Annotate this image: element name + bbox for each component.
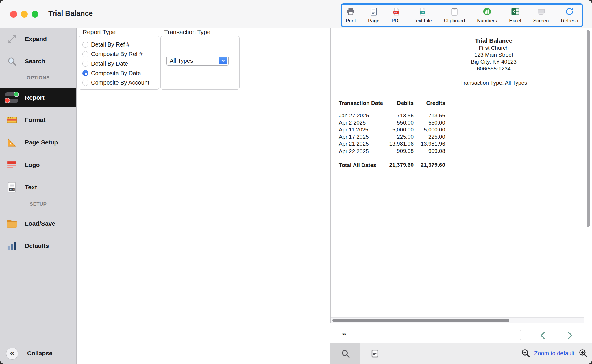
pdf-button[interactable]: PDF PDF — [391, 7, 401, 24]
radio-composite-by-date[interactable]: Composite By Date — [82, 68, 159, 78]
toolbar-label: Screen — [533, 18, 549, 24]
clipboard-icon — [450, 7, 459, 17]
toolbar-label: Excel — [509, 18, 521, 24]
sidebar-item-logo[interactable]: Logo — [0, 156, 76, 174]
print-button[interactable]: Print — [346, 7, 356, 24]
bar-chart-icon — [5, 240, 18, 251]
refresh-icon — [565, 7, 574, 17]
radio-button[interactable] — [82, 51, 88, 57]
sidebar-section-setup: SETUP — [0, 201, 76, 207]
transaction-type-dropdown[interactable]: All Types — [166, 56, 229, 66]
screen-icon — [537, 7, 545, 17]
table-row: Apr 21 2025 13,981.96 13,981.96 — [339, 140, 583, 148]
close-button[interactable] — [10, 11, 17, 18]
page-button[interactable]: Page — [368, 7, 380, 24]
sidebar-item-report[interactable]: Report — [0, 88, 76, 107]
table-header-row: Transaction Date Debits Credits — [339, 100, 583, 110]
report-org-name: First Church — [331, 44, 584, 51]
horizontal-scrollbar-thumb[interactable] — [332, 319, 509, 322]
sidebar-item-format[interactable]: Format — [0, 111, 76, 129]
toolbar-label: Print — [346, 18, 356, 24]
previous-page-button[interactable] — [538, 330, 548, 340]
column-header: Transaction Date — [339, 100, 386, 110]
radio-button[interactable] — [82, 80, 88, 86]
zoom-in-icon[interactable] — [578, 348, 588, 359]
next-page-button[interactable] — [565, 330, 575, 340]
radio-label: Composite By Ref # — [91, 51, 143, 57]
sidebar-item-label: Text — [25, 184, 37, 191]
table-row: Apr 22 2025 909.08 909.08 — [339, 148, 583, 156]
screen-button[interactable]: Screen — [533, 7, 549, 24]
tab-magnifier[interactable] — [330, 343, 360, 364]
report-transaction-line: Transaction Type: All Types — [331, 79, 584, 86]
refresh-button[interactable]: Refresh — [561, 7, 578, 24]
clipboard-button[interactable]: Clipboard — [444, 7, 465, 24]
text-file-button[interactable]: TXT Text File — [413, 7, 432, 24]
document-lines-icon — [370, 349, 380, 358]
table-row: Apr 17 2025 225.00 225.00 — [339, 133, 583, 141]
folder-icon — [5, 218, 18, 229]
horizontal-scrollbar[interactable] — [331, 317, 584, 323]
report-title: Trial Balance — [331, 37, 584, 44]
zoom-out-icon[interactable] — [521, 348, 530, 359]
report-phone: 606/555-1234 — [331, 65, 584, 72]
toolbar-label: Clipboard — [444, 18, 465, 24]
zoom-to-default-link[interactable]: Zoom to default — [534, 350, 574, 357]
sidebar-item-label: Logo — [25, 161, 40, 168]
preview-footer-bar: Zoom to default — [330, 343, 592, 364]
table-total-row: Total All Dates 21,379.60 21,379.60 — [339, 155, 583, 169]
sidebar: Expand Search OPTIONS Report Format Page… — [0, 28, 77, 343]
dropdown-value: All Types — [170, 57, 193, 64]
table-row: Apr 2 2025 550.00 550.00 — [339, 119, 583, 127]
radio-button-selected[interactable] — [82, 70, 88, 76]
sidebar-item-label: Expand — [25, 36, 47, 42]
minimize-button[interactable] — [21, 11, 28, 18]
sidebar-item-label: Load/Save — [25, 220, 55, 227]
preview-search-input[interactable] — [340, 330, 521, 340]
chevron-down-icon[interactable] — [219, 57, 227, 64]
sidebar-section-options: OPTIONS — [0, 75, 76, 81]
toolbar-label: Page — [368, 18, 380, 24]
table-row: Jan 27 2025 713.56 713.56 — [339, 110, 583, 119]
radio-label: Detail By Date — [91, 60, 128, 67]
svg-text:X: X — [513, 10, 515, 13]
transaction-type-label: Transaction Type — [164, 29, 210, 36]
sidebar-item-search[interactable]: Search — [0, 53, 76, 70]
chevron-right-icon — [565, 331, 574, 340]
sidebar-item-text[interactable]: TXT Text — [0, 179, 76, 196]
toolbar-label: PDF — [391, 18, 401, 24]
vertical-scrollbar-thumb[interactable] — [587, 30, 590, 227]
radio-detail-by-ref[interactable]: Detail By Ref # — [82, 40, 159, 49]
radio-composite-by-account[interactable]: Composite By Account — [82, 78, 159, 88]
radio-composite-by-ref[interactable]: Composite By Ref # — [82, 49, 159, 59]
sidebar-item-load-save[interactable]: Load/Save — [0, 215, 76, 232]
collapse-button[interactable]: Collapse — [27, 350, 53, 357]
ruler-icon — [5, 114, 18, 125]
window-titlebar: Trial Balance Print Page PDF PDF TXT Tex… — [0, 0, 592, 28]
radio-button[interactable] — [82, 42, 88, 48]
radio-label: Detail By Ref # — [91, 41, 130, 48]
report-preview: Trial Balance First Church 123 Main Stre… — [330, 28, 584, 323]
sidebar-item-label: Page Setup — [25, 139, 58, 146]
radio-detail-by-date[interactable]: Detail By Date — [82, 59, 159, 68]
svg-text:PDF: PDF — [394, 11, 398, 13]
logo-icon — [5, 159, 18, 170]
magnifier-icon — [341, 349, 350, 359]
radio-button[interactable] — [82, 61, 88, 67]
report-type-label: Report Type — [83, 29, 116, 36]
collapse-icon[interactable]: « — [6, 348, 18, 360]
svg-text:TXT: TXT — [10, 188, 14, 191]
trial-balance-table: Transaction Date Debits Credits Jan 27 2… — [339, 100, 583, 169]
zoom-window-button[interactable] — [32, 11, 38, 18]
report-type-group: Detail By Ref # Composite By Ref # Detai… — [79, 36, 159, 90]
sidebar-item-expand[interactable]: Expand — [0, 30, 76, 48]
tab-text-view[interactable] — [360, 343, 389, 364]
sidebar-item-defaults[interactable]: Defaults — [0, 237, 76, 255]
numbers-button[interactable]: Numbers — [477, 7, 497, 24]
column-header: Debits — [386, 100, 414, 110]
sidebar-item-page-setup[interactable]: Page Setup — [0, 134, 76, 151]
triangle-icon — [5, 137, 18, 148]
radio-label: Composite By Account — [91, 79, 149, 86]
excel-button[interactable]: X Excel — [509, 7, 521, 24]
sidebar-footer: « Collapse — [0, 343, 77, 364]
